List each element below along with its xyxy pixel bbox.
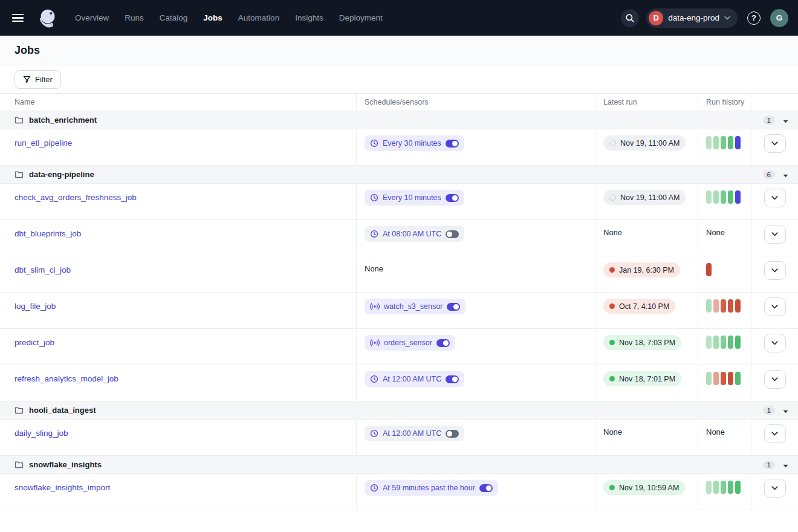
run-history-bar[interactable] bbox=[706, 336, 712, 349]
run-history-none-label: None bbox=[706, 228, 725, 237]
job-menu-button[interactable] bbox=[764, 225, 786, 244]
latest-run-pill[interactable]: Nov 19, 11:00 AM bbox=[603, 135, 686, 151]
caret-down-icon[interactable] bbox=[783, 174, 788, 178]
run-history-bar[interactable] bbox=[706, 263, 712, 276]
run-history-bar[interactable] bbox=[735, 190, 741, 204]
run-history-bar[interactable] bbox=[728, 372, 733, 385]
job-name-link[interactable]: refresh_analytics_model_job bbox=[15, 374, 118, 383]
help-icon[interactable]: ? bbox=[745, 9, 763, 27]
nav-link-deployment[interactable]: Deployment bbox=[339, 13, 383, 22]
schedule-toggle[interactable] bbox=[446, 375, 459, 383]
latest-run-pill[interactable]: Nov 19, 10:59 AM bbox=[603, 480, 685, 495]
schedule-chip[interactable]: At 08:00 AM UTC bbox=[365, 226, 464, 242]
run-history-bar[interactable] bbox=[721, 136, 726, 149]
group-row[interactable]: hooli_data_ingest1 bbox=[0, 401, 798, 420]
run-history-bar[interactable] bbox=[713, 336, 719, 349]
group-collapse-toggle[interactable] bbox=[783, 115, 788, 126]
latest-run-pill[interactable]: Nov 19, 11:00 AM bbox=[603, 190, 686, 205]
job-menu-button[interactable] bbox=[764, 370, 786, 389]
nav-link-runs[interactable]: Runs bbox=[125, 13, 144, 22]
search-icon[interactable] bbox=[621, 9, 639, 27]
schedule-chip[interactable]: At 12:00 AM UTC bbox=[365, 426, 464, 441]
run-history-bar[interactable] bbox=[713, 481, 719, 494]
run-history-bar[interactable] bbox=[721, 299, 726, 313]
sensor-chip[interactable]: watch_s3_sensor bbox=[365, 299, 465, 314]
job-name-link[interactable]: log_file_job bbox=[15, 302, 56, 311]
job-name-link[interactable]: snowflake_insights_import bbox=[15, 483, 110, 492]
caret-down-icon[interactable] bbox=[783, 410, 788, 414]
job-name-link[interactable]: dbt_blueprints_job bbox=[15, 229, 81, 238]
sensor-chip[interactable]: orders_sensor bbox=[365, 335, 455, 351]
job-name-link[interactable]: check_avg_orders_freshness_job bbox=[15, 193, 137, 202]
run-history-bar[interactable] bbox=[728, 481, 733, 494]
job-menu-button[interactable] bbox=[764, 261, 786, 280]
schedule-toggle[interactable] bbox=[436, 339, 450, 347]
group-row[interactable]: batch_enrichment1 bbox=[0, 111, 798, 129]
run-history-bar[interactable] bbox=[728, 336, 733, 349]
job-menu-button[interactable] bbox=[764, 189, 786, 207]
job-menu-button[interactable] bbox=[764, 424, 786, 443]
job-name-link[interactable]: daily_sling_job bbox=[15, 429, 68, 438]
run-history-bar[interactable] bbox=[728, 136, 733, 149]
latest-run-pill[interactable]: Nov 18, 7:01 PM bbox=[603, 371, 681, 386]
deployment-switcher[interactable]: D data-eng-prod bbox=[646, 8, 738, 28]
run-history-bar[interactable] bbox=[713, 190, 719, 204]
group-collapse-toggle[interactable] bbox=[783, 405, 788, 416]
latest-run-pill[interactable]: Jan 19, 6:30 PM bbox=[603, 262, 680, 277]
dagster-logo-icon[interactable] bbox=[36, 6, 59, 30]
run-history-bar[interactable] bbox=[735, 136, 741, 149]
job-name-link[interactable]: run_etl_pipeline bbox=[15, 138, 72, 148]
job-name-link[interactable]: predict_job bbox=[15, 338, 54, 347]
job-menu-button[interactable] bbox=[764, 134, 786, 153]
filter-button[interactable]: Filter bbox=[15, 70, 61, 89]
nav-link-catalog[interactable]: Catalog bbox=[160, 13, 188, 22]
latest-run-pill[interactable]: Nov 18, 7:03 PM bbox=[603, 335, 681, 350]
group-row[interactable]: snowflake_insights1 bbox=[0, 456, 798, 474]
schedule-chip[interactable]: Every 30 minutes bbox=[365, 135, 464, 151]
job-menu-button[interactable] bbox=[764, 479, 786, 498]
run-history-bar[interactable] bbox=[735, 336, 741, 349]
schedule-toggle[interactable] bbox=[446, 430, 459, 438]
run-history-bar[interactable] bbox=[721, 336, 726, 349]
run-history-bar[interactable] bbox=[706, 481, 712, 494]
schedule-toggle[interactable] bbox=[479, 484, 493, 492]
nav-link-jobs[interactable]: Jobs bbox=[203, 13, 222, 22]
nav-link-insights[interactable]: Insights bbox=[295, 13, 323, 22]
job-name-link[interactable]: dbt_slim_ci_job bbox=[15, 265, 71, 274]
schedule-toggle[interactable] bbox=[446, 230, 459, 238]
run-history-bar[interactable] bbox=[728, 190, 733, 204]
schedule-chip[interactable]: Every 10 minutes bbox=[365, 190, 464, 206]
group-collapse-toggle[interactable] bbox=[783, 459, 788, 470]
run-history-bar[interactable] bbox=[735, 372, 741, 385]
caret-down-icon[interactable] bbox=[783, 120, 788, 123]
menu-icon[interactable] bbox=[12, 10, 28, 26]
run-history-bar[interactable] bbox=[706, 372, 712, 385]
run-history-bar[interactable] bbox=[713, 136, 719, 149]
run-history-bar[interactable] bbox=[721, 372, 726, 385]
run-history-bar[interactable] bbox=[735, 299, 741, 313]
group-collapse-toggle[interactable] bbox=[783, 169, 788, 180]
run-history-bar[interactable] bbox=[721, 481, 726, 494]
run-history-bar[interactable] bbox=[721, 190, 726, 204]
nav-link-overview[interactable]: Overview bbox=[75, 13, 109, 22]
user-avatar[interactable]: G bbox=[770, 9, 788, 27]
schedule-toggle[interactable] bbox=[446, 140, 459, 148]
run-history-bar[interactable] bbox=[728, 299, 733, 313]
schedule-chip[interactable]: At 59 minutes past the hour bbox=[365, 480, 498, 496]
run-history-bar[interactable] bbox=[713, 299, 719, 313]
job-menu-button[interactable] bbox=[764, 334, 786, 352]
nav-link-automation[interactable]: Automation bbox=[238, 13, 279, 22]
run-history-bar[interactable] bbox=[735, 481, 741, 494]
schedule-chip[interactable]: At 12:00 AM UTC bbox=[365, 371, 464, 387]
run-history-bar[interactable] bbox=[706, 136, 712, 149]
schedule-toggle[interactable] bbox=[447, 303, 460, 311]
latest-run-pill[interactable]: Oct 7, 4:10 PM bbox=[603, 299, 675, 314]
caret-down-icon[interactable] bbox=[783, 464, 788, 468]
group-row[interactable]: data-eng-pipeline6 bbox=[0, 166, 798, 184]
run-history-bar[interactable] bbox=[706, 299, 712, 313]
job-menu-button[interactable] bbox=[764, 297, 786, 316]
run-history-bar[interactable] bbox=[713, 372, 719, 385]
latest-run-time: Nov 19, 10:59 AM bbox=[619, 484, 679, 492]
schedule-toggle[interactable] bbox=[446, 194, 459, 202]
run-history-bar[interactable] bbox=[706, 190, 712, 204]
